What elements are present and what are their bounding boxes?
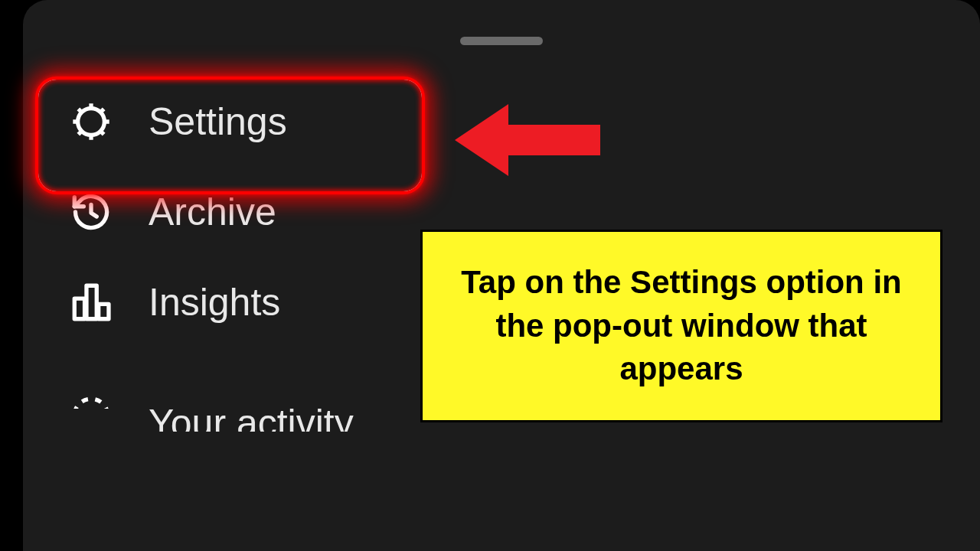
menu-item-label: Settings [149, 99, 287, 144]
svg-point-4 [74, 399, 108, 409]
drag-handle[interactable] [460, 37, 543, 45]
svg-rect-1 [74, 298, 84, 319]
history-icon [69, 190, 113, 234]
menu-item-label: Your activity [149, 401, 354, 432]
activity-icon [69, 393, 113, 409]
menu-item-label: Archive [149, 190, 276, 234]
svg-rect-3 [99, 304, 109, 318]
bar-chart-icon [69, 280, 113, 324]
gear-icon [69, 99, 113, 144]
svg-rect-2 [87, 285, 96, 319]
menu-item-settings[interactable]: Settings [51, 77, 980, 167]
svg-point-0 [78, 109, 105, 135]
annotation-callout-text: Tap on the Settings option in the pop-ou… [461, 264, 902, 386]
menu-item-label: Insights [149, 280, 280, 324]
annotation-callout: Tap on the Settings option in the pop-ou… [420, 230, 942, 422]
